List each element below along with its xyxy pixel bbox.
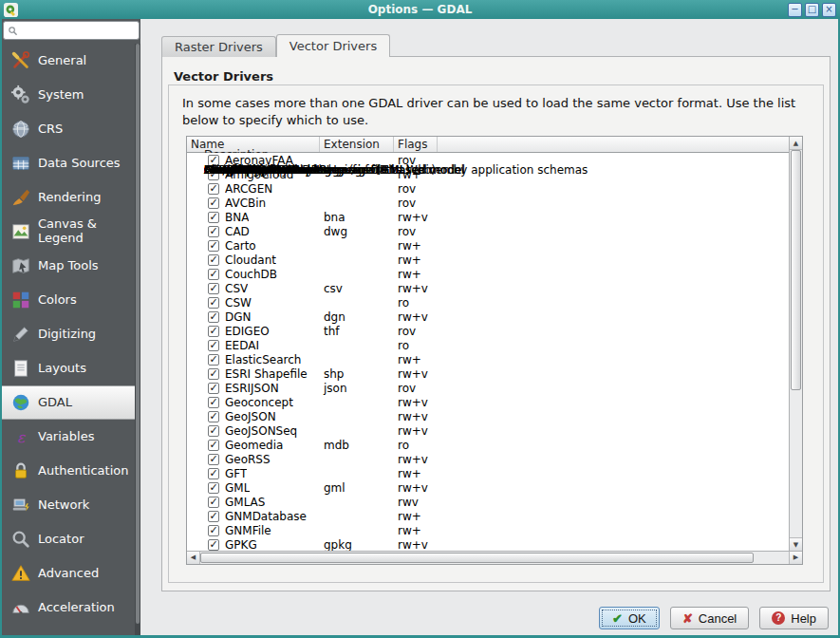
driver-checkbox[interactable]: ✓ bbox=[208, 368, 219, 380]
layouts-icon bbox=[9, 357, 32, 380]
table-row[interactable]: ✓Cartorw+Carto bbox=[187, 238, 789, 253]
driver-checkbox[interactable]: ✓ bbox=[208, 525, 219, 536]
sidebar-item-label: General bbox=[38, 54, 86, 68]
help-button[interactable]: ? Help bbox=[759, 607, 829, 629]
sidebar-item-map-tools[interactable]: Map Tools bbox=[2, 249, 135, 283]
scroll-left-icon[interactable]: ◀ bbox=[187, 552, 200, 564]
table-row[interactable]: ✓ARCGENrovArc/Info Generate bbox=[187, 181, 789, 196]
vertical-scrollbar-thumb[interactable] bbox=[791, 150, 801, 390]
driver-checkbox[interactable]: ✓ bbox=[208, 397, 219, 408]
table-row[interactable]: ✓EDIGEOthfrovFrench EDIGEO exchange form… bbox=[187, 324, 789, 338]
driver-checkbox[interactable]: ✓ bbox=[208, 297, 219, 309]
vertical-scrollbar[interactable]: ▲ ▼ bbox=[789, 137, 802, 551]
sidebar-item-colors[interactable]: Colors bbox=[2, 283, 135, 317]
tab-vector-drivers[interactable]: Vector Drivers bbox=[276, 34, 390, 57]
table-row[interactable]: ✓DGNdgnrw+vMicrostation DGN bbox=[187, 310, 789, 324]
driver-checkbox[interactable]: ✓ bbox=[208, 454, 219, 465]
table-row[interactable]: ✓AVCBinrovArc/Info Binary Coverage bbox=[187, 196, 789, 210]
table-row[interactable]: ✓GFTrw+Google Fusion Tables bbox=[187, 466, 789, 480]
sidebar-item-crs[interactable]: CRS bbox=[2, 112, 135, 146]
sidebar-scrollbar-thumb[interactable] bbox=[136, 44, 140, 624]
table-row[interactable]: ✓Cloudantrw+Cloudant / CouchDB bbox=[187, 253, 789, 267]
table-row[interactable]: ✓Geoconceptrw+vGeoconcept bbox=[187, 395, 789, 409]
driver-checkbox[interactable]: ✓ bbox=[208, 354, 219, 366]
table-row[interactable]: ✓ElasticSearchrw+Elastic Search bbox=[187, 352, 789, 366]
table-row[interactable]: ✓ESRI Shapefileshprw+vESRI Shapefile bbox=[187, 366, 789, 381]
table-row[interactable]: ✓GMLgmlrw+vGeography Markup Language (GM… bbox=[187, 480, 789, 495]
horizontal-scrollbar-track[interactable] bbox=[200, 552, 789, 564]
driver-checkbox[interactable]: ✓ bbox=[208, 425, 219, 437]
driver-checkbox[interactable]: ✓ bbox=[208, 326, 219, 337]
sidebar-item-general[interactable]: General bbox=[2, 44, 135, 78]
sidebar-item-acceleration[interactable]: Acceleration bbox=[2, 591, 135, 625]
sidebar-item-digitizing[interactable]: Digitizing bbox=[2, 317, 135, 351]
table-row[interactable]: ✓CouchDBrw+CouchDB / GeoCouch bbox=[187, 267, 789, 281]
driver-checkbox[interactable]: ✓ bbox=[208, 254, 219, 266]
driver-checkbox[interactable]: ✓ bbox=[208, 197, 219, 209]
table-row[interactable]: ✓GeoRSSrw+vGeoRSS bbox=[187, 452, 789, 466]
driver-name-cell: ✓CSV bbox=[187, 282, 320, 295]
table-row[interactable]: ✓GeomediamdbroGeomedia .mdb bbox=[187, 438, 789, 452]
table-row[interactable]: ✓CSVcsvrw+vComma Separated Value (.csv) bbox=[187, 281, 789, 295]
group-title: Vector Drivers bbox=[174, 69, 273, 84]
sidebar-item-advanced[interactable]: Advanced bbox=[2, 556, 135, 591]
sidebar-item-data-sources[interactable]: Data Sources bbox=[2, 146, 135, 180]
search-input[interactable] bbox=[21, 24, 135, 37]
driver-checkbox[interactable]: ✓ bbox=[208, 269, 219, 280]
minimize-button[interactable]: − bbox=[788, 3, 802, 17]
sidebar-item-gdal[interactable]: GDAL bbox=[2, 385, 135, 420]
ok-button[interactable]: ✔ OK bbox=[599, 607, 660, 629]
driver-name-cell: ✓Carto bbox=[187, 239, 320, 253]
horizontal-scrollbar-thumb[interactable] bbox=[200, 553, 754, 563]
driver-checkbox[interactable]: ✓ bbox=[208, 311, 219, 323]
sidebar-item-authentication[interactable]: Authentication bbox=[2, 454, 135, 488]
driver-checkbox[interactable]: ✓ bbox=[208, 468, 219, 479]
table-row[interactable]: ✓GPKGgpkgrw+vGeoPackage bbox=[187, 537, 789, 551]
sidebar-item-layouts[interactable]: Layouts bbox=[2, 351, 135, 385]
table-row[interactable]: ✓GMLASrwvGeography Markup Language (GML)… bbox=[187, 495, 789, 509]
driver-name: ESRI Shapefile bbox=[225, 367, 308, 381]
table-row[interactable]: ✓GNMFilerw+Geographic Network generic fi… bbox=[187, 523, 789, 537]
driver-checkbox[interactable]: ✓ bbox=[208, 226, 219, 237]
tab-raster-drivers[interactable]: Raster Drivers bbox=[161, 36, 276, 57]
scroll-down-icon[interactable]: ▼ bbox=[790, 537, 802, 551]
driver-checkbox[interactable]: ✓ bbox=[208, 482, 219, 494]
table-row[interactable]: ✓CADdwgrovAutoCAD Driver bbox=[187, 224, 789, 238]
table-row[interactable]: ✓GNMDatabaserw+Geographic Network generi… bbox=[187, 509, 789, 523]
sidebar-item-system[interactable]: System bbox=[2, 78, 135, 112]
sidebar-item-locator[interactable]: Locator bbox=[2, 522, 135, 556]
maximize-button[interactable]: □ bbox=[805, 3, 819, 17]
table-row[interactable]: ✓CSWroOGC CSW (Catalog Service for the W… bbox=[187, 295, 789, 310]
sidebar-item-canvas-legend[interactable]: Canvas & Legend bbox=[2, 215, 135, 249]
driver-name-cell: ✓BNA bbox=[187, 211, 320, 224]
driver-checkbox[interactable]: ✓ bbox=[208, 383, 219, 394]
table-row[interactable]: ✓GeoJSONrw+vGeoJSON bbox=[187, 409, 789, 423]
vertical-scrollbar-track[interactable] bbox=[790, 150, 802, 537]
svg-text:ε: ε bbox=[17, 429, 26, 446]
driver-checkbox[interactable]: ✓ bbox=[208, 440, 219, 451]
driver-checkbox[interactable]: ✓ bbox=[208, 411, 219, 422]
close-button[interactable]: × bbox=[822, 3, 836, 17]
driver-checkbox[interactable]: ✓ bbox=[208, 511, 219, 522]
driver-checkbox[interactable]: ✓ bbox=[208, 212, 219, 223]
sidebar-item-network[interactable]: Network bbox=[2, 488, 135, 522]
titlebar[interactable]: Options — GDAL −□× bbox=[0, 0, 840, 19]
horizontal-scrollbar[interactable]: ◀ ▶ bbox=[187, 551, 802, 564]
scroll-up-icon[interactable]: ▲ bbox=[790, 137, 802, 150]
scroll-right-icon[interactable]: ▶ bbox=[789, 552, 802, 564]
driver-name: Cloudant bbox=[225, 253, 276, 267]
driver-checkbox[interactable]: ✓ bbox=[208, 283, 219, 294]
driver-checkbox[interactable]: ✓ bbox=[208, 340, 219, 351]
table-row[interactable]: ✓GeoJSONSeqrw+vGeoJSON Sequence bbox=[187, 423, 789, 438]
table-row[interactable]: ✓BNAbnarw+vAtlas BNA bbox=[187, 210, 789, 224]
driver-checkbox[interactable]: ✓ bbox=[208, 539, 219, 551]
driver-checkbox[interactable]: ✓ bbox=[208, 240, 219, 252]
sidebar-item-variables[interactable]: εVariables bbox=[2, 420, 135, 454]
driver-checkbox[interactable]: ✓ bbox=[208, 497, 219, 508]
driver-checkbox[interactable]: ✓ bbox=[208, 183, 219, 195]
driver-name-cell: ✓AVCBin bbox=[187, 197, 320, 210]
table-row[interactable]: ✓EEDAIroEarth Engine Data API Image bbox=[187, 338, 789, 352]
table-row[interactable]: ✓ESRIJSONjsonrovESRIJSON bbox=[187, 381, 789, 395]
sidebar-item-rendering[interactable]: Rendering bbox=[2, 180, 135, 215]
cancel-button[interactable]: ✘ Cancel bbox=[670, 607, 749, 629]
